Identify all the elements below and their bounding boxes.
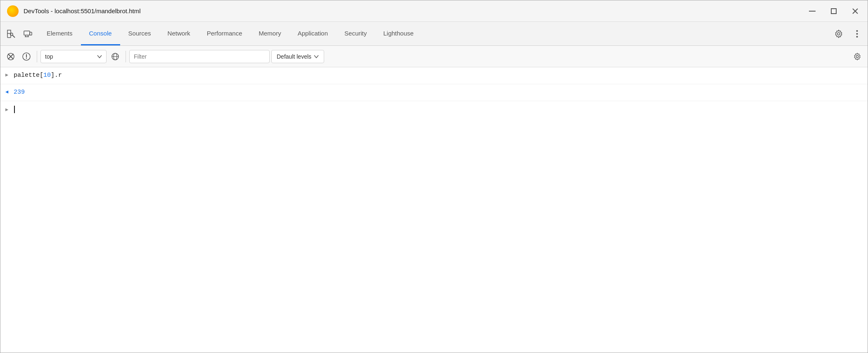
console-input-row[interactable]: ▶: [0, 101, 868, 118]
tab-network[interactable]: Network: [159, 22, 199, 45]
svg-rect-11: [30, 32, 32, 35]
context-dropdown-icon: [97, 55, 102, 58]
log-levels-button[interactable]: Default levels: [271, 50, 324, 63]
console-settings-button[interactable]: [850, 50, 864, 64]
settings-button[interactable]: [831, 26, 846, 41]
svg-point-22: [26, 57, 27, 58]
tab-sources[interactable]: Sources: [120, 22, 159, 45]
svg-point-16: [856, 30, 858, 32]
console-cursor: [14, 106, 15, 113]
device-toggle-button[interactable]: [20, 26, 35, 41]
result-content: 239: [14, 88, 863, 97]
entry-content: palette[10].r: [14, 71, 863, 81]
svg-point-17: [856, 33, 858, 35]
context-label: top: [45, 53, 95, 60]
svg-point-15: [837, 33, 840, 35]
result-arrow[interactable]: ◀: [5, 88, 14, 96]
devtools-icon: [7, 5, 19, 17]
levels-dropdown-icon: [314, 55, 319, 58]
svg-point-26: [856, 55, 858, 57]
tab-bar-right-controls: [831, 26, 864, 41]
tab-application[interactable]: Application: [289, 22, 336, 45]
window-controls: [806, 5, 861, 17]
window-title: DevTools - localhost:5501/mandelbrot.htm…: [24, 7, 806, 14]
stop-on-exceptions-button[interactable]: [19, 50, 33, 64]
tab-elements[interactable]: Elements: [38, 22, 81, 45]
svg-point-18: [856, 36, 858, 38]
entry-text: palette[10].r: [14, 72, 62, 79]
close-button[interactable]: [849, 5, 861, 17]
tab-security[interactable]: Security: [336, 22, 375, 45]
entry-expand-arrow[interactable]: ▶: [5, 71, 14, 79]
tab-list: Elements Console Sources Network Perform…: [38, 22, 831, 45]
log-levels-label: Default levels: [277, 53, 311, 60]
console-output: ▶ palette[10].r ◀ 239 ▶: [0, 67, 868, 353]
svg-rect-0: [809, 11, 816, 12]
result-value: 239: [14, 89, 25, 96]
clear-console-button[interactable]: [4, 50, 18, 64]
title-bar: DevTools - localhost:5501/mandelbrot.htm…: [0, 0, 868, 22]
tab-lighthouse[interactable]: Lighthouse: [375, 22, 422, 45]
svg-rect-10: [24, 31, 30, 35]
maximize-button[interactable]: [828, 5, 840, 17]
svg-line-8: [12, 35, 15, 38]
live-expressions-button[interactable]: [108, 50, 122, 64]
svg-rect-1: [831, 9, 836, 14]
input-prompt-arrow: ▶: [5, 107, 14, 113]
tab-memory[interactable]: Memory: [251, 22, 289, 45]
bracket-number: 10: [43, 72, 51, 79]
context-selector[interactable]: top: [40, 50, 107, 63]
filter-input[interactable]: [129, 50, 270, 63]
tab-bar-left-controls: [4, 26, 35, 41]
toolbar-divider-1: [37, 51, 37, 62]
devtools-window: DevTools - localhost:5501/mandelbrot.htm…: [0, 0, 868, 353]
minimize-button[interactable]: [806, 5, 818, 17]
tab-bar: Elements Console Sources Network Perform…: [0, 22, 868, 46]
console-entry-result: ◀ 239: [0, 84, 868, 101]
svg-rect-4: [7, 30, 11, 33]
inspect-element-button[interactable]: [4, 26, 19, 41]
console-entry-command: ▶ palette[10].r: [0, 67, 868, 84]
console-toolbar: top Default levels: [0, 46, 868, 67]
toolbar-divider-2: [126, 51, 126, 62]
tab-console[interactable]: Console: [81, 22, 120, 45]
tab-performance[interactable]: Performance: [199, 22, 251, 45]
more-options-button[interactable]: [849, 26, 864, 41]
